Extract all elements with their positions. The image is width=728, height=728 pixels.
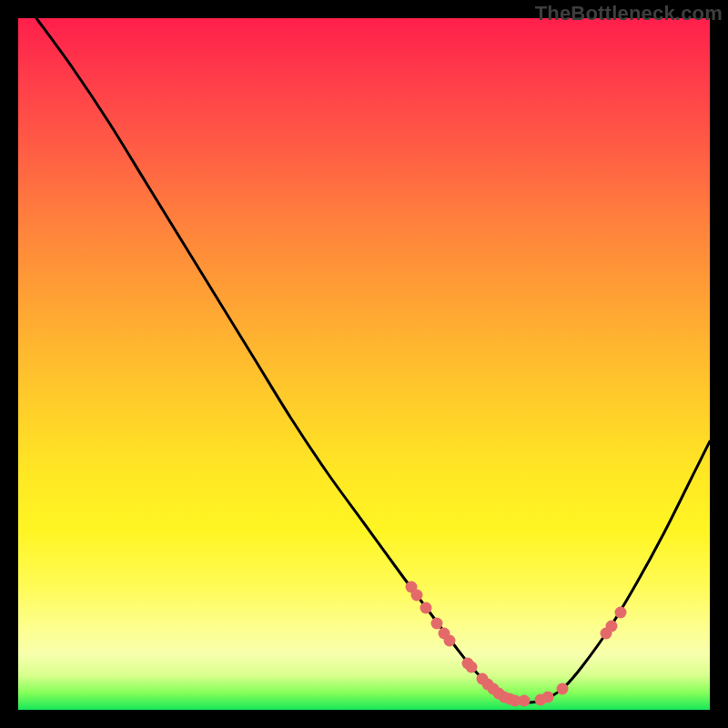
- chart-gradient-background: [18, 18, 710, 710]
- watermark-text: TheBottleneck.com: [535, 2, 723, 25]
- chart-frame: [18, 18, 710, 710]
